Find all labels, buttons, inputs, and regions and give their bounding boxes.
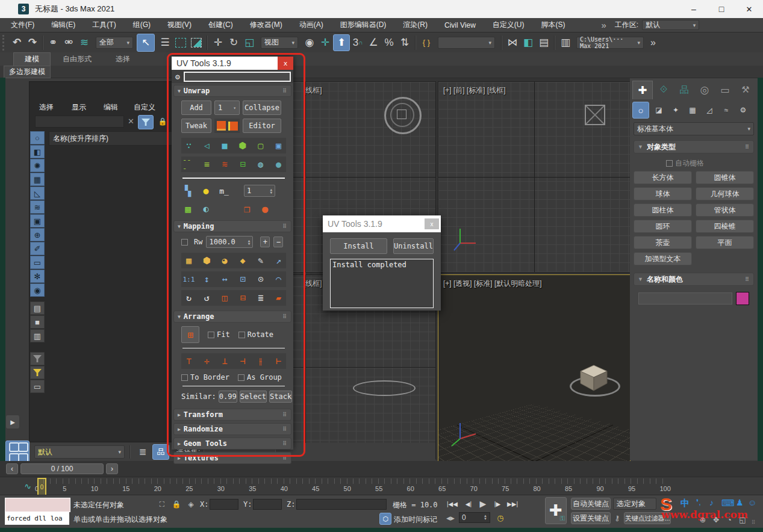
- menu-overflow-chevron[interactable]: »: [601, 20, 606, 30]
- filter-geometry-icon[interactable]: ○: [30, 131, 45, 144]
- uv-align-right-icon[interactable]: ⊣: [236, 354, 249, 368]
- filter-shapes-icon[interactable]: ◧: [30, 145, 45, 158]
- uv-add-button[interactable]: Add: [181, 101, 211, 115]
- select-by-name-icon[interactable]: ☰: [157, 35, 173, 51]
- tab-create[interactable]: ✚: [632, 81, 653, 99]
- set-key-button[interactable]: 设置关键点: [571, 512, 611, 524]
- create-textplus-button[interactable]: 加强型文本: [634, 252, 692, 265]
- menu-edit[interactable]: 编辑(E): [51, 20, 75, 30]
- unlink-selection-icon[interactable]: ⚮: [61, 35, 76, 51]
- uv-tweak-button[interactable]: Tweak: [181, 119, 211, 133]
- create-torus-button[interactable]: 圆环: [634, 220, 692, 233]
- add-time-tag-icon[interactable]: ⬡: [379, 513, 391, 525]
- installer-titlebar[interactable]: UV Tools 3.1.9 x: [323, 215, 441, 232]
- select-and-scale-icon[interactable]: ◱: [241, 35, 257, 51]
- create-geometry-icon[interactable]: ○: [632, 102, 649, 119]
- create-lights-icon[interactable]: ✦: [668, 103, 683, 117]
- uv-dome-icon[interactable]: ◠: [272, 273, 285, 286]
- uv-checker-sphere-icon[interactable]: ◍: [254, 158, 267, 171]
- panel-expand-arrow[interactable]: ▶: [6, 415, 19, 428]
- select-and-move-icon[interactable]: ✛: [210, 35, 226, 51]
- toolbar-grip[interactable]: [2, 35, 9, 51]
- named-selection-dropdown[interactable]: ▾: [438, 37, 495, 49]
- create-cameras-icon[interactable]: ▦: [685, 103, 700, 117]
- autogrid-checkbox[interactable]: [666, 160, 673, 167]
- filter-cameras-icon[interactable]: ▦: [30, 173, 45, 186]
- menu-animation[interactable]: 动画(A): [299, 20, 323, 30]
- use-pivot-center-icon[interactable]: ◉: [302, 35, 317, 51]
- z-coordinate-field[interactable]: [296, 499, 387, 510]
- create-helpers-icon[interactable]: ◿: [702, 103, 717, 117]
- menu-customize[interactable]: 自定义(U): [493, 20, 525, 30]
- installer-log-box[interactable]: Install completed: [330, 259, 434, 308]
- uv-channel-spinner[interactable]: 1 ▲▼: [244, 185, 275, 197]
- frame-spinner[interactable]: ▲▼: [484, 515, 487, 521]
- filter-hidden-icon[interactable]: ◉: [30, 283, 45, 297]
- uv-flip-vertical-icon[interactable]: ⊟: [236, 291, 249, 305]
- ime-language-icon[interactable]: 中: [680, 498, 690, 509]
- uv-bracket-edit-icon[interactable]: ⊟: [236, 158, 249, 171]
- object-color-swatch[interactable]: [736, 292, 749, 305]
- create-plane-button[interactable]: 平面: [696, 236, 754, 249]
- display-none-icon[interactable]: ■: [30, 315, 45, 329]
- auto-key-button[interactable]: 自动关键点: [571, 498, 611, 510]
- track-bar[interactable]: ∿ 0510 152025 303540 455055 606570 75808…: [0, 477, 763, 495]
- uv-similar-value-field[interactable]: 0.99: [219, 391, 237, 403]
- menu-scripting[interactable]: 脚本(S): [541, 20, 565, 30]
- uv-eyedropper-icon[interactable]: ✎: [254, 254, 267, 267]
- uv-measure-icon[interactable]: m̲: [217, 184, 231, 197]
- create-cone-button[interactable]: 圆锥体: [696, 171, 754, 184]
- uv-align-bottom-icon[interactable]: ⊥: [219, 354, 231, 368]
- viewport-front[interactable]: [+] [前] [标准] [线框]: [438, 81, 631, 273]
- create-spacewarps-icon[interactable]: ≈: [719, 103, 733, 117]
- time-slider[interactable]: 0: [37, 478, 46, 496]
- filter-xrefs-icon[interactable]: ⊕: [30, 228, 45, 241]
- maxscript-mini-listener-bottom[interactable]: forced dll loa: [5, 512, 69, 525]
- object-type-rollout[interactable]: ▼ 对象类型 ⠿: [634, 140, 754, 153]
- uv-orange-sphere-icon[interactable]: ●: [258, 202, 272, 215]
- uv-red-box-icon[interactable]: ❒: [240, 202, 254, 215]
- key-filters-icon[interactable]: ⚷: [612, 512, 623, 524]
- uv-rollout-mapping[interactable]: ▼ Mapping ⠿: [173, 220, 291, 232]
- installer-close-button[interactable]: x: [425, 218, 439, 229]
- layout-preset-dropdown[interactable]: 默认▾: [34, 445, 125, 459]
- uv-planar-map-icon[interactable]: ▦: [182, 254, 195, 267]
- uv-rotate-ccw-icon[interactable]: ↺: [201, 291, 213, 305]
- tab-motion[interactable]: ◎: [695, 81, 714, 99]
- uv-select-similar-button[interactable]: Select: [240, 391, 267, 403]
- ribbon-tab-modeling[interactable]: 建模: [13, 52, 51, 66]
- selection-filter-dropdown[interactable]: 全部▾: [96, 37, 133, 49]
- x-coordinate-field[interactable]: [210, 499, 238, 510]
- viewport-persp-label[interactable]: [+] [透视] [标准] [默认明暗处理]: [443, 279, 542, 289]
- uv-diamond-map-icon[interactable]: ◆: [236, 254, 249, 267]
- y-coordinate-field[interactable]: [253, 499, 282, 510]
- bind-spacewarp-icon[interactable]: ≋: [76, 35, 92, 51]
- next-key-button[interactable]: |▶: [491, 498, 503, 510]
- uv-center-icon[interactable]: ⊙: [254, 273, 267, 286]
- object-name-input[interactable]: [638, 292, 732, 305]
- uv-size-minus-button[interactable]: −: [273, 237, 283, 247]
- create-cylinder-button[interactable]: 圆柱体: [634, 203, 692, 217]
- display-detail-icon[interactable]: ▥: [30, 329, 45, 342]
- absolute-relative-toggle-icon[interactable]: ◈: [185, 499, 196, 510]
- pan-view-icon[interactable]: ✥: [711, 515, 721, 525]
- menu-tools[interactable]: 工具(T): [92, 20, 116, 30]
- ime-skin-icon[interactable]: ♟: [736, 498, 744, 507]
- uv-editor-button[interactable]: Editor: [243, 119, 281, 133]
- play-button[interactable]: ▶: [477, 497, 489, 510]
- layer-manager-icon[interactable]: ▤: [536, 35, 552, 51]
- uv-sphere-icon[interactable]: ●: [272, 158, 285, 171]
- explorer-menu-edit[interactable]: 编辑: [104, 102, 118, 113]
- uv-fit-checkbox[interactable]: [208, 332, 214, 338]
- toolbar-overflow-chevron[interactable]: »: [650, 37, 656, 48]
- uv-size-plus-button[interactable]: +: [260, 237, 270, 247]
- ime-mic-icon[interactable]: ♪: [709, 498, 714, 507]
- uv-seam-zigzag-icon[interactable]: ≋: [219, 158, 231, 171]
- layers-icon[interactable]: ≣: [135, 445, 150, 459]
- uv-element-mode-icon[interactable]: ⬢: [236, 139, 249, 152]
- menu-graph-editors[interactable]: 图形编辑器(D): [340, 20, 387, 30]
- window-crossing-icon[interactable]: [188, 35, 204, 51]
- create-teapot-button[interactable]: 茶壶: [634, 236, 692, 249]
- explorer-menu-customize[interactable]: 自定义: [134, 102, 155, 113]
- uv-face-mode-icon[interactable]: ■: [219, 139, 231, 152]
